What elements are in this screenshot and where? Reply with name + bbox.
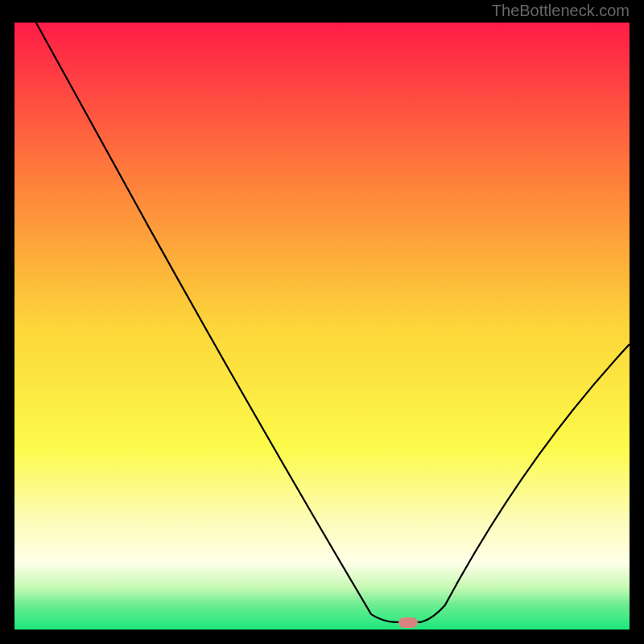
- chart-container: TheBottleneck.com: [0, 0, 644, 644]
- chart-svg: [14, 23, 630, 630]
- watermark-text: TheBottleneck.com: [492, 2, 630, 20]
- plot-area: [14, 23, 630, 630]
- bottleneck-marker: [398, 617, 418, 628]
- gradient-background: [14, 23, 630, 630]
